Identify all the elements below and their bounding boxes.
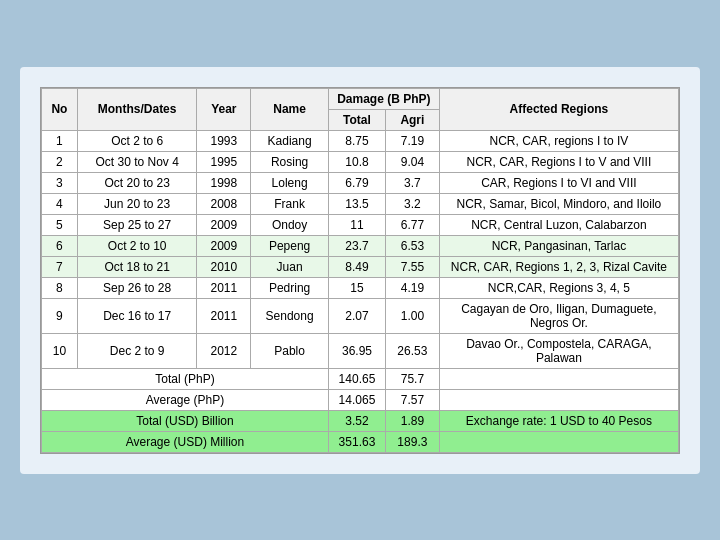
footer-avg-usd-regions [439,431,678,452]
cell-months: Oct 2 to 10 [77,235,197,256]
footer-total-usd-label: Total (USD) Billion [42,410,329,431]
footer-total-total: 140.65 [328,368,385,389]
header-agri: Agri [385,109,439,130]
cell-agri: 4.19 [385,277,439,298]
cell-year: 1993 [197,130,251,151]
cell-months: Dec 16 to 17 [77,298,197,333]
footer-total-usd-agri: 1.89 [385,410,439,431]
cell-months: Sep 25 to 27 [77,214,197,235]
footer-exchange-note: Exchange rate: 1 USD to 40 Pesos [439,410,678,431]
cell-agri: 7.55 [385,256,439,277]
cell-agri: 3.7 [385,172,439,193]
cell-total: 13.5 [328,193,385,214]
cell-total: 6.79 [328,172,385,193]
cell-year: 2010 [197,256,251,277]
cell-agri: 9.04 [385,151,439,172]
footer-total-agri: 75.7 [385,368,439,389]
cell-regions: NCR, Pangasinan, Tarlac [439,235,678,256]
cell-no: 8 [42,277,78,298]
cell-name: Frank [251,193,329,214]
footer-total-regions [439,368,678,389]
cell-name: Pepeng [251,235,329,256]
header-total: Total [328,109,385,130]
cell-months: Oct 20 to 23 [77,172,197,193]
cell-total: 10.8 [328,151,385,172]
header-no: No [42,88,78,130]
cell-year: 2011 [197,277,251,298]
cell-year: 2009 [197,214,251,235]
cell-total: 2.07 [328,298,385,333]
cell-regions: NCR, CAR, Regions 1, 2, 3, Rizal Cavite [439,256,678,277]
cell-name: Pedring [251,277,329,298]
header-damage: Damage (B PhP) [328,88,439,109]
cell-total: 36.95 [328,333,385,368]
footer-avg-usd-total: 351.63 [328,431,385,452]
footer-total-label: Total (PhP) [42,368,329,389]
cell-name: Sendong [251,298,329,333]
cell-year: 2008 [197,193,251,214]
cell-no: 5 [42,214,78,235]
cell-no: 2 [42,151,78,172]
cell-agri: 6.53 [385,235,439,256]
cell-no: 10 [42,333,78,368]
header-regions: Affected Regions [439,88,678,130]
cell-regions: NCR, Central Luzon, Calabarzon [439,214,678,235]
cell-year: 2012 [197,333,251,368]
cell-agri: 7.19 [385,130,439,151]
cell-year: 2009 [197,235,251,256]
cell-regions: Davao Or., Compostela, CARAGA, Palawan [439,333,678,368]
cell-no: 1 [42,130,78,151]
cell-months: Oct 18 to 21 [77,256,197,277]
cell-regions: NCR, CAR, Regions I to V and VIII [439,151,678,172]
cell-name: Pablo [251,333,329,368]
damage-table: No Months/Dates Year Name Damage (B PhP)… [41,88,679,453]
footer-avg-regions [439,389,678,410]
cell-no: 6 [42,235,78,256]
cell-months: Oct 30 to Nov 4 [77,151,197,172]
cell-year: 1995 [197,151,251,172]
cell-no: 7 [42,256,78,277]
cell-name: Rosing [251,151,329,172]
header-year: Year [197,88,251,130]
cell-agri: 3.2 [385,193,439,214]
cell-agri: 26.53 [385,333,439,368]
footer-avg-agri: 7.57 [385,389,439,410]
cell-no: 9 [42,298,78,333]
cell-total: 15 [328,277,385,298]
footer-avg-total: 14.065 [328,389,385,410]
slide-container: No Months/Dates Year Name Damage (B PhP)… [20,67,700,474]
cell-regions: Cagayan de Oro, Iligan, Dumaguete, Negro… [439,298,678,333]
cell-name: Juan [251,256,329,277]
cell-total: 8.49 [328,256,385,277]
header-name: Name [251,88,329,130]
header-months: Months/Dates [77,88,197,130]
cell-total: 11 [328,214,385,235]
footer-avg-label: Average (PhP) [42,389,329,410]
cell-months: Oct 2 to 6 [77,130,197,151]
cell-months: Sep 26 to 28 [77,277,197,298]
cell-months: Jun 20 to 23 [77,193,197,214]
table-wrapper: No Months/Dates Year Name Damage (B PhP)… [40,87,680,454]
cell-total: 23.7 [328,235,385,256]
cell-name: Ondoy [251,214,329,235]
cell-regions: NCR, CAR, regions I to IV [439,130,678,151]
cell-no: 3 [42,172,78,193]
cell-year: 2011 [197,298,251,333]
footer-total-usd-total: 3.52 [328,410,385,431]
cell-regions: CAR, Regions I to VI and VIII [439,172,678,193]
cell-total: 8.75 [328,130,385,151]
cell-regions: NCR, Samar, Bicol, Mindoro, and Iloilo [439,193,678,214]
cell-name: Loleng [251,172,329,193]
cell-name: Kadiang [251,130,329,151]
footer-avg-usd-agri: 189.3 [385,431,439,452]
cell-agri: 6.77 [385,214,439,235]
cell-no: 4 [42,193,78,214]
cell-regions: NCR,CAR, Regions 3, 4, 5 [439,277,678,298]
cell-months: Dec 2 to 9 [77,333,197,368]
footer-avg-usd-label: Average (USD) Million [42,431,329,452]
cell-agri: 1.00 [385,298,439,333]
cell-year: 1998 [197,172,251,193]
